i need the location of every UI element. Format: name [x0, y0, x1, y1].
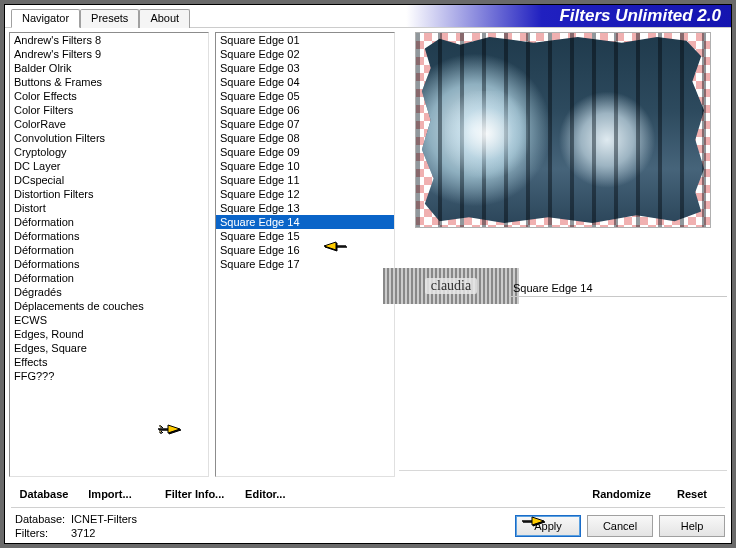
tab-presets[interactable]: Presets [80, 9, 139, 28]
randomize-button[interactable]: Randomize [584, 485, 659, 503]
editor-button[interactable]: Editor... [232, 485, 298, 503]
status-labels: Database: ICNET-Filters Filters: 3712 [15, 512, 137, 540]
status-filters-label: Filters: [15, 526, 71, 540]
category-listbox[interactable]: Andrew's Filters 8Andrew's Filters 9Bald… [10, 33, 208, 476]
filter-item[interactable]: Square Edge 09 [216, 145, 394, 159]
category-item[interactable]: FFG??? [10, 369, 208, 383]
category-item[interactable]: Déformations [10, 257, 208, 271]
header-row: Navigator Presets About Filters Unlimite… [5, 5, 731, 27]
filter-info-button[interactable]: Filter Info... [157, 485, 232, 503]
category-list-container: Andrew's Filters 8Andrew's Filters 9Bald… [9, 32, 209, 477]
preview-image-highlight [445, 91, 527, 198]
category-item[interactable]: Déformation [10, 271, 208, 285]
category-item[interactable]: Distort [10, 201, 208, 215]
category-item[interactable]: Convolution Filters [10, 131, 208, 145]
tab-navigator[interactable]: Navigator [11, 9, 80, 28]
filter-listbox[interactable]: Square Edge 01Square Edge 02Square Edge … [216, 33, 394, 476]
watermark-text: claudia [425, 278, 477, 294]
tab-about[interactable]: About [139, 9, 190, 28]
current-filter-name: Square Edge 14 [509, 280, 727, 297]
tab-strip: Navigator Presets About [11, 8, 190, 27]
main-window: Navigator Presets About Filters Unlimite… [4, 4, 732, 544]
category-item[interactable]: ColorRave [10, 117, 208, 131]
filter-item[interactable]: Square Edge 12 [216, 187, 394, 201]
category-item[interactable]: Andrew's Filters 9 [10, 47, 208, 61]
help-button[interactable]: Help [659, 515, 725, 537]
filter-name-row: Square Edge 14 [509, 280, 727, 297]
filter-item[interactable]: Square Edge 15 [216, 229, 394, 243]
filter-item[interactable]: Square Edge 16 [216, 243, 394, 257]
import-button[interactable]: Import... [77, 485, 143, 503]
preview-box [415, 32, 711, 228]
right-pane: claudia Square Edge 14 [399, 32, 727, 477]
filter-item[interactable]: Square Edge 14 [216, 215, 394, 229]
cancel-button[interactable]: Cancel [587, 515, 653, 537]
filter-item[interactable]: Square Edge 11 [216, 173, 394, 187]
hr [11, 507, 725, 508]
filter-item[interactable]: Square Edge 10 [216, 159, 394, 173]
category-item[interactable]: Edges, Round [10, 327, 208, 341]
category-item[interactable]: ECWS [10, 313, 208, 327]
right-pane-divider [399, 470, 727, 471]
category-item[interactable]: Déplacements de couches [10, 299, 208, 313]
category-item[interactable]: Color Effects [10, 89, 208, 103]
category-item[interactable]: Distortion Filters [10, 187, 208, 201]
filter-item[interactable]: Square Edge 03 [216, 61, 394, 75]
apply-button[interactable]: Apply [515, 515, 581, 537]
category-item[interactable]: Buttons & Frames [10, 75, 208, 89]
filter-item[interactable]: Square Edge 05 [216, 89, 394, 103]
category-item[interactable]: Andrew's Filters 8 [10, 33, 208, 47]
category-item[interactable]: DCspecial [10, 173, 208, 187]
category-item[interactable]: Déformation [10, 243, 208, 257]
status-filters-value: 3712 [71, 526, 95, 540]
category-item[interactable]: Edges, Square [10, 341, 208, 355]
body-area: Andrew's Filters 8Andrew's Filters 9Bald… [5, 27, 731, 481]
watermark-badge: claudia [383, 268, 519, 304]
filter-item[interactable]: Square Edge 17 [216, 257, 394, 271]
category-item[interactable]: Déformations [10, 229, 208, 243]
filter-list-container: Square Edge 01Square Edge 02Square Edge … [215, 32, 395, 477]
status-db-label: Database: [15, 512, 71, 526]
category-item[interactable]: Color Filters [10, 103, 208, 117]
filter-item[interactable]: Square Edge 01 [216, 33, 394, 47]
category-item[interactable]: Effects [10, 355, 208, 369]
reset-button[interactable]: Reset [659, 485, 725, 503]
category-item[interactable]: DC Layer [10, 159, 208, 173]
category-item[interactable]: Balder Olrik [10, 61, 208, 75]
category-item[interactable]: Déformation [10, 215, 208, 229]
toolbar-row: Database Import... Filter Info... Editor… [11, 483, 725, 505]
status-db-value: ICNET-Filters [71, 512, 137, 526]
database-button[interactable]: Database [11, 485, 77, 503]
filter-item[interactable]: Square Edge 08 [216, 131, 394, 145]
filter-item[interactable]: Square Edge 02 [216, 47, 394, 61]
filter-item[interactable]: Square Edge 06 [216, 103, 394, 117]
category-item[interactable]: Cryptology [10, 145, 208, 159]
filter-item[interactable]: Square Edge 07 [216, 117, 394, 131]
filter-item[interactable]: Square Edge 04 [216, 75, 394, 89]
category-item[interactable]: Dégradés [10, 285, 208, 299]
filter-item[interactable]: Square Edge 13 [216, 201, 394, 215]
app-title-banner: Filters Unlimited 2.0 [190, 5, 731, 27]
status-row: Database: ICNET-Filters Filters: 3712 Ap… [15, 512, 725, 540]
